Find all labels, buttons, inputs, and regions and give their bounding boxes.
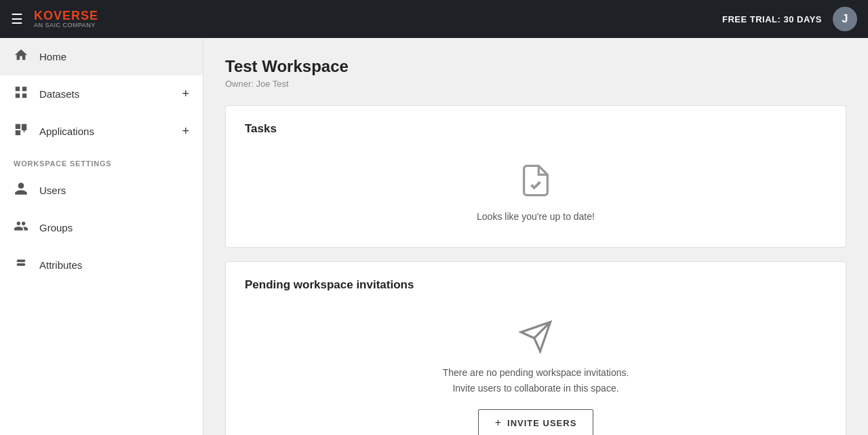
applications-add-icon[interactable]: + (182, 124, 189, 138)
trial-badge: FREE TRIAL: 30 DAYS (722, 14, 822, 24)
avatar[interactable]: J (833, 7, 857, 31)
attributes-icon (14, 256, 28, 274)
invitations-empty-line2: Invite users to collaborate in this spac… (452, 381, 618, 396)
logo-primary: KOVERSE (34, 10, 98, 22)
groups-icon (14, 219, 28, 237)
sidebar-item-home[interactable]: Home (0, 38, 203, 75)
topnav-left: ☰ KOVERSE AN SAIC COMPANY (11, 10, 98, 29)
invitations-title: Pending workspace invitations (245, 278, 827, 292)
sidebar: Home Datasets + Applications + WORKSPACE… (0, 38, 203, 435)
sidebar-item-applications[interactable]: Applications + (0, 113, 203, 150)
workspace-settings-header: WORKSPACE SETTINGS (0, 150, 203, 172)
invite-button-label: INVITE USERS (507, 418, 576, 428)
task-complete-icon (518, 163, 553, 201)
logo: KOVERSE AN SAIC COMPANY (34, 10, 98, 29)
sidebar-item-datasets[interactable]: Datasets + (0, 75, 203, 113)
datasets-icon (14, 85, 28, 103)
workspace-owner: Owner: Joe Test (225, 79, 846, 89)
sidebar-applications-label: Applications (39, 126, 171, 137)
send-icon (518, 319, 553, 357)
tasks-empty-text: Looks like you're up to date! (477, 209, 595, 224)
top-navigation: ☰ KOVERSE AN SAIC COMPANY FREE TRIAL: 30… (0, 0, 868, 38)
invite-users-button[interactable]: + INVITE USERS (478, 409, 594, 435)
hamburger-button[interactable]: ☰ (11, 11, 23, 27)
home-icon (14, 48, 28, 66)
logo-secondary: AN SAIC COMPANY (34, 22, 98, 29)
sidebar-datasets-label: Datasets (39, 88, 171, 100)
applications-icon (14, 122, 28, 140)
datasets-add-icon[interactable]: + (182, 87, 189, 101)
sidebar-item-groups[interactable]: Groups (0, 209, 203, 246)
invitations-card: Pending workspace invitations There are … (225, 261, 846, 435)
sidebar-groups-label: Groups (39, 222, 189, 233)
users-icon (14, 181, 28, 200)
invitations-empty-state: There are no pending workspace invitatio… (245, 305, 827, 435)
main-content: Test Workspace Owner: Joe Test Tasks Loo… (203, 38, 868, 435)
main-layout: Home Datasets + Applications + WORKSPACE… (0, 38, 868, 435)
workspace-title: Test Workspace (225, 57, 846, 76)
tasks-card: Tasks Looks like you're up to date! (225, 105, 846, 248)
tasks-empty-state: Looks like you're up to date! (245, 149, 827, 231)
topnav-right: FREE TRIAL: 30 DAYS J (722, 7, 857, 31)
sidebar-users-label: Users (39, 185, 189, 196)
invitations-empty-line1: There are no pending workspace invitatio… (443, 365, 629, 380)
sidebar-item-attributes[interactable]: Attributes (0, 246, 203, 284)
sidebar-attributes-label: Attributes (39, 259, 189, 271)
tasks-title: Tasks (245, 122, 827, 136)
sidebar-item-users[interactable]: Users (0, 172, 203, 209)
invite-plus-icon: + (495, 417, 502, 429)
sidebar-home-label: Home (39, 51, 189, 62)
